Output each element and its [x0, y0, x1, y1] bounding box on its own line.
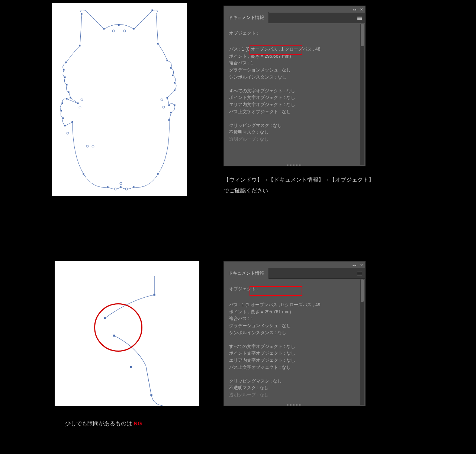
path-text-line: パス上文字オブジェクト : なし: [229, 364, 360, 371]
svg-rect-51: [130, 366, 132, 368]
all-text-line: すべての文字オブジェクト : なし: [229, 87, 360, 95]
point-text-line: ポイント文字オブジェクト : なし: [229, 350, 360, 357]
svg-rect-18: [120, 186, 121, 188]
panel-scrollbar[interactable]: [360, 24, 364, 165]
svg-rect-9: [174, 82, 175, 83]
svg-rect-26: [66, 98, 67, 99]
highlight-open-path-one: [250, 286, 302, 296]
panel-resize-handle[interactable]: [287, 164, 302, 166]
gap-highlight-circle: [94, 303, 142, 352]
svg-rect-17: [133, 186, 134, 188]
caption-ng-warning: 少しでも隙間があるものは NG: [65, 418, 142, 429]
svg-point-42: [92, 145, 94, 147]
svg-rect-4: [152, 10, 153, 11]
svg-point-38: [163, 106, 165, 108]
clipping-mask-line: クリッピングマスク : なし: [229, 122, 360, 129]
caption-ng-text: 少しでも隙間があるものは: [65, 420, 134, 426]
cat-path-artwork: [60, 7, 180, 192]
panel-tab-row: ドキュメント情報: [224, 268, 365, 279]
opacity-mask-line: 不透明マスク : なし: [229, 129, 360, 136]
close-icon[interactable]: ✕: [360, 7, 363, 12]
gradient-mesh-line: グラデーションメッシュ : なし: [229, 67, 360, 74]
svg-point-40: [81, 99, 83, 101]
svg-rect-28: [70, 97, 71, 98]
clipping-mask-line: クリッピングマスク : なし: [229, 378, 360, 385]
symbol-instance-line: シンボルインスタンス : なし: [229, 74, 360, 81]
scrollbar-thumb[interactable]: [361, 279, 364, 302]
hamburger-icon: [357, 272, 362, 275]
panel-scrollbar[interactable]: [360, 279, 364, 405]
svg-rect-5: [157, 43, 158, 44]
opacity-mask-line: 不透明マスク : なし: [229, 384, 360, 391]
document-info-panel-1: ◂◂ ✕ ドキュメント情報 オブジェクト : パス : 1 (0 オープンパス …: [223, 6, 366, 166]
svg-rect-12: [168, 105, 170, 106]
svg-rect-13: [174, 105, 175, 106]
svg-rect-29: [68, 92, 69, 93]
highlight-open-path-zero: [250, 45, 302, 55]
panel-body: オブジェクト : パス : 1 (1 オープンパス , 0 クローズパス , 4…: [224, 279, 365, 406]
area-text-line: エリア内文字オブジェクト : なし: [229, 357, 360, 364]
panel-toolbar: ◂◂ ✕: [224, 262, 365, 268]
svg-rect-23: [62, 118, 64, 119]
svg-rect-0: [81, 13, 82, 15]
section-header: オブジェクト :: [229, 30, 360, 37]
collapse-icon[interactable]: ◂◂: [353, 7, 356, 12]
all-text-line: すべての文字オブジェクト : なし: [229, 343, 360, 350]
panel-tab-row: ドキュメント情報: [224, 13, 365, 23]
svg-rect-33: [65, 62, 67, 63]
svg-rect-25: [62, 103, 63, 104]
ng-label: NG: [134, 420, 142, 426]
svg-rect-27: [77, 103, 78, 104]
svg-point-41: [86, 145, 89, 147]
svg-rect-14: [170, 112, 171, 113]
svg-rect-3: [133, 28, 134, 29]
svg-point-36: [123, 30, 126, 32]
collapse-icon[interactable]: ◂◂: [353, 263, 356, 267]
tab-document-info[interactable]: ドキュメント情報: [224, 268, 269, 279]
svg-point-37: [161, 99, 163, 101]
panel-menu-button[interactable]: [356, 269, 364, 278]
cut-line: 透明グループ : なし: [229, 136, 360, 143]
svg-rect-8: [172, 75, 173, 76]
svg-rect-31: [64, 77, 65, 78]
panel-body: オブジェクト : パス : 1 (0 オープンパス , 1 クローズパス , 4…: [224, 23, 365, 166]
svg-point-43: [67, 132, 69, 134]
caption-instructions: 【ウィンドウ】→【ドキュメント情報】→【オブジェクト】 でご確認ください: [223, 175, 374, 196]
cut-line: 透明グループ : なし: [229, 391, 360, 399]
tab-document-info[interactable]: ドキュメント情報: [224, 12, 269, 23]
svg-rect-34: [79, 45, 80, 46]
area-text-line: エリア内文字オブジェクト : なし: [229, 101, 360, 108]
svg-rect-7: [170, 67, 171, 68]
svg-rect-19: [107, 186, 108, 188]
svg-rect-24: [61, 110, 62, 111]
artboard-open-path-zoom: [55, 261, 199, 406]
symbol-instance-line: シンボルインスタンス : なし: [229, 329, 360, 336]
svg-rect-32: [63, 69, 64, 70]
svg-rect-48: [154, 294, 155, 295]
svg-rect-10: [174, 90, 175, 91]
compound-path-line: 複合パス : 1: [229, 315, 360, 322]
svg-rect-2: [118, 25, 119, 26]
close-icon[interactable]: ✕: [360, 263, 363, 267]
svg-point-39: [79, 106, 81, 108]
svg-rect-30: [66, 84, 67, 85]
compound-path-line: 複合パス : 1: [229, 60, 360, 67]
panel-toolbar: ◂◂ ✕: [224, 6, 365, 13]
path-info-line: パス : 1 (1 オープンパス , 0 クローズパス , 49: [229, 301, 360, 308]
artboard-cat-outline: [52, 3, 187, 196]
svg-point-35: [112, 30, 115, 32]
svg-rect-52: [151, 394, 152, 396]
point-text-line: ポイント文字オブジェクト : なし: [229, 94, 360, 101]
path-text-line: パス上文字オブジェクト : なし: [229, 108, 360, 115]
scrollbar-thumb[interactable]: [361, 24, 364, 46]
caption-line-2: でご確認ください: [223, 185, 374, 196]
svg-rect-22: [64, 125, 65, 126]
svg-rect-1: [103, 28, 104, 29]
svg-rect-15: [168, 119, 170, 121]
document-info-panel-2: ◂◂ ✕ ドキュメント情報 オブジェクト : パス : 1 (1 オープンパス …: [223, 261, 366, 406]
caption-line-1: 【ウィンドウ】→【ドキュメント情報】→【オブジェクト】: [223, 175, 374, 185]
svg-rect-11: [167, 97, 168, 98]
svg-rect-6: [167, 60, 168, 61]
panel-menu-button[interactable]: [356, 14, 364, 22]
panel-resize-handle[interactable]: [287, 404, 302, 406]
